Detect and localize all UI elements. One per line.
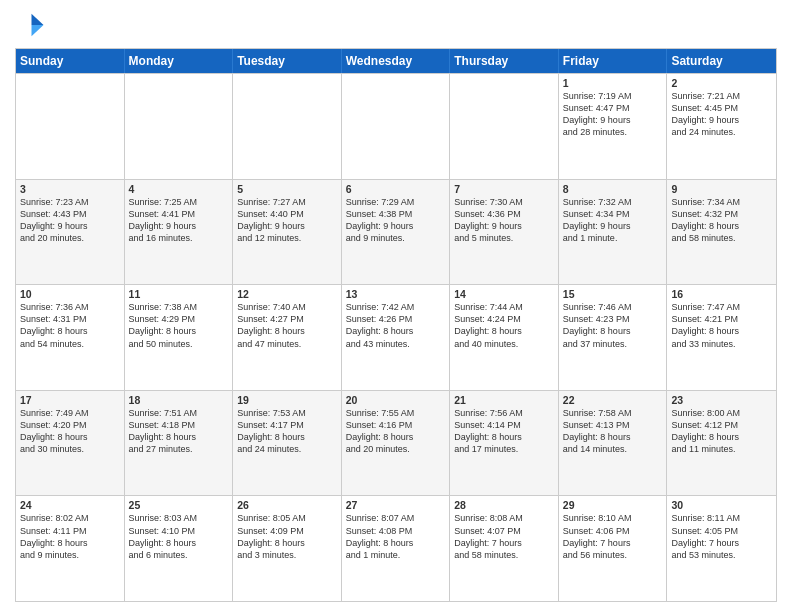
day-info: Sunrise: 8:02 AM Sunset: 4:11 PM Dayligh… bbox=[20, 512, 120, 561]
calendar-row-3: 17Sunrise: 7:49 AM Sunset: 4:20 PM Dayli… bbox=[16, 390, 776, 496]
calendar-row-0: 1Sunrise: 7:19 AM Sunset: 4:47 PM Daylig… bbox=[16, 73, 776, 179]
day-number: 2 bbox=[671, 77, 772, 89]
weekday-header-wednesday: Wednesday bbox=[342, 49, 451, 73]
logo bbox=[15, 10, 49, 40]
weekday-header-saturday: Saturday bbox=[667, 49, 776, 73]
day-info: Sunrise: 7:58 AM Sunset: 4:13 PM Dayligh… bbox=[563, 407, 663, 456]
calendar-body: 1Sunrise: 7:19 AM Sunset: 4:47 PM Daylig… bbox=[16, 73, 776, 601]
day-number: 15 bbox=[563, 288, 663, 300]
day-number: 28 bbox=[454, 499, 554, 511]
day-number: 30 bbox=[671, 499, 772, 511]
day-number: 24 bbox=[20, 499, 120, 511]
day-number: 20 bbox=[346, 394, 446, 406]
calendar-header: SundayMondayTuesdayWednesdayThursdayFrid… bbox=[16, 49, 776, 73]
day-info: Sunrise: 7:46 AM Sunset: 4:23 PM Dayligh… bbox=[563, 301, 663, 350]
day-number: 10 bbox=[20, 288, 120, 300]
day-info: Sunrise: 7:30 AM Sunset: 4:36 PM Dayligh… bbox=[454, 196, 554, 245]
empty-cell bbox=[342, 74, 451, 179]
day-cell-24: 24Sunrise: 8:02 AM Sunset: 4:11 PM Dayli… bbox=[16, 496, 125, 601]
day-info: Sunrise: 7:32 AM Sunset: 4:34 PM Dayligh… bbox=[563, 196, 663, 245]
day-cell-15: 15Sunrise: 7:46 AM Sunset: 4:23 PM Dayli… bbox=[559, 285, 668, 390]
logo-icon bbox=[15, 10, 45, 40]
day-info: Sunrise: 7:23 AM Sunset: 4:43 PM Dayligh… bbox=[20, 196, 120, 245]
day-info: Sunrise: 8:00 AM Sunset: 4:12 PM Dayligh… bbox=[671, 407, 772, 456]
day-number: 22 bbox=[563, 394, 663, 406]
day-info: Sunrise: 7:47 AM Sunset: 4:21 PM Dayligh… bbox=[671, 301, 772, 350]
day-info: Sunrise: 7:25 AM Sunset: 4:41 PM Dayligh… bbox=[129, 196, 229, 245]
day-number: 8 bbox=[563, 183, 663, 195]
empty-cell bbox=[233, 74, 342, 179]
day-info: Sunrise: 7:42 AM Sunset: 4:26 PM Dayligh… bbox=[346, 301, 446, 350]
day-info: Sunrise: 7:19 AM Sunset: 4:47 PM Dayligh… bbox=[563, 90, 663, 139]
day-cell-23: 23Sunrise: 8:00 AM Sunset: 4:12 PM Dayli… bbox=[667, 391, 776, 496]
day-cell-8: 8Sunrise: 7:32 AM Sunset: 4:34 PM Daylig… bbox=[559, 180, 668, 285]
day-number: 11 bbox=[129, 288, 229, 300]
day-number: 23 bbox=[671, 394, 772, 406]
weekday-header-friday: Friday bbox=[559, 49, 668, 73]
day-cell-1: 1Sunrise: 7:19 AM Sunset: 4:47 PM Daylig… bbox=[559, 74, 668, 179]
day-cell-22: 22Sunrise: 7:58 AM Sunset: 4:13 PM Dayli… bbox=[559, 391, 668, 496]
day-number: 12 bbox=[237, 288, 337, 300]
day-cell-25: 25Sunrise: 8:03 AM Sunset: 4:10 PM Dayli… bbox=[125, 496, 234, 601]
day-cell-27: 27Sunrise: 8:07 AM Sunset: 4:08 PM Dayli… bbox=[342, 496, 451, 601]
day-info: Sunrise: 7:56 AM Sunset: 4:14 PM Dayligh… bbox=[454, 407, 554, 456]
day-cell-19: 19Sunrise: 7:53 AM Sunset: 4:17 PM Dayli… bbox=[233, 391, 342, 496]
day-info: Sunrise: 8:10 AM Sunset: 4:06 PM Dayligh… bbox=[563, 512, 663, 561]
day-number: 29 bbox=[563, 499, 663, 511]
day-info: Sunrise: 7:44 AM Sunset: 4:24 PM Dayligh… bbox=[454, 301, 554, 350]
day-cell-30: 30Sunrise: 8:11 AM Sunset: 4:05 PM Dayli… bbox=[667, 496, 776, 601]
day-info: Sunrise: 8:03 AM Sunset: 4:10 PM Dayligh… bbox=[129, 512, 229, 561]
day-number: 19 bbox=[237, 394, 337, 406]
day-cell-13: 13Sunrise: 7:42 AM Sunset: 4:26 PM Dayli… bbox=[342, 285, 451, 390]
day-cell-6: 6Sunrise: 7:29 AM Sunset: 4:38 PM Daylig… bbox=[342, 180, 451, 285]
day-info: Sunrise: 8:07 AM Sunset: 4:08 PM Dayligh… bbox=[346, 512, 446, 561]
day-cell-11: 11Sunrise: 7:38 AM Sunset: 4:29 PM Dayli… bbox=[125, 285, 234, 390]
day-info: Sunrise: 7:21 AM Sunset: 4:45 PM Dayligh… bbox=[671, 90, 772, 139]
day-info: Sunrise: 7:38 AM Sunset: 4:29 PM Dayligh… bbox=[129, 301, 229, 350]
header bbox=[15, 10, 777, 40]
day-number: 7 bbox=[454, 183, 554, 195]
day-number: 14 bbox=[454, 288, 554, 300]
page: SundayMondayTuesdayWednesdayThursdayFrid… bbox=[0, 0, 792, 612]
day-cell-29: 29Sunrise: 8:10 AM Sunset: 4:06 PM Dayli… bbox=[559, 496, 668, 601]
weekday-header-sunday: Sunday bbox=[16, 49, 125, 73]
day-info: Sunrise: 8:05 AM Sunset: 4:09 PM Dayligh… bbox=[237, 512, 337, 561]
day-cell-3: 3Sunrise: 7:23 AM Sunset: 4:43 PM Daylig… bbox=[16, 180, 125, 285]
day-info: Sunrise: 7:55 AM Sunset: 4:16 PM Dayligh… bbox=[346, 407, 446, 456]
day-info: Sunrise: 7:34 AM Sunset: 4:32 PM Dayligh… bbox=[671, 196, 772, 245]
day-cell-17: 17Sunrise: 7:49 AM Sunset: 4:20 PM Dayli… bbox=[16, 391, 125, 496]
svg-marker-1 bbox=[32, 25, 44, 36]
day-number: 1 bbox=[563, 77, 663, 89]
day-number: 5 bbox=[237, 183, 337, 195]
day-number: 27 bbox=[346, 499, 446, 511]
calendar-row-2: 10Sunrise: 7:36 AM Sunset: 4:31 PM Dayli… bbox=[16, 284, 776, 390]
day-info: Sunrise: 7:51 AM Sunset: 4:18 PM Dayligh… bbox=[129, 407, 229, 456]
day-cell-5: 5Sunrise: 7:27 AM Sunset: 4:40 PM Daylig… bbox=[233, 180, 342, 285]
day-cell-14: 14Sunrise: 7:44 AM Sunset: 4:24 PM Dayli… bbox=[450, 285, 559, 390]
svg-marker-0 bbox=[32, 14, 44, 25]
day-number: 26 bbox=[237, 499, 337, 511]
day-number: 17 bbox=[20, 394, 120, 406]
day-cell-26: 26Sunrise: 8:05 AM Sunset: 4:09 PM Dayli… bbox=[233, 496, 342, 601]
empty-cell bbox=[125, 74, 234, 179]
day-number: 21 bbox=[454, 394, 554, 406]
day-info: Sunrise: 7:49 AM Sunset: 4:20 PM Dayligh… bbox=[20, 407, 120, 456]
calendar-row-4: 24Sunrise: 8:02 AM Sunset: 4:11 PM Dayli… bbox=[16, 495, 776, 601]
day-number: 16 bbox=[671, 288, 772, 300]
day-cell-20: 20Sunrise: 7:55 AM Sunset: 4:16 PM Dayli… bbox=[342, 391, 451, 496]
weekday-header-tuesday: Tuesday bbox=[233, 49, 342, 73]
day-info: Sunrise: 7:29 AM Sunset: 4:38 PM Dayligh… bbox=[346, 196, 446, 245]
empty-cell bbox=[450, 74, 559, 179]
empty-cell bbox=[16, 74, 125, 179]
day-info: Sunrise: 7:40 AM Sunset: 4:27 PM Dayligh… bbox=[237, 301, 337, 350]
day-info: Sunrise: 8:08 AM Sunset: 4:07 PM Dayligh… bbox=[454, 512, 554, 561]
day-cell-21: 21Sunrise: 7:56 AM Sunset: 4:14 PM Dayli… bbox=[450, 391, 559, 496]
day-info: Sunrise: 7:27 AM Sunset: 4:40 PM Dayligh… bbox=[237, 196, 337, 245]
day-info: Sunrise: 7:53 AM Sunset: 4:17 PM Dayligh… bbox=[237, 407, 337, 456]
day-cell-16: 16Sunrise: 7:47 AM Sunset: 4:21 PM Dayli… bbox=[667, 285, 776, 390]
day-cell-9: 9Sunrise: 7:34 AM Sunset: 4:32 PM Daylig… bbox=[667, 180, 776, 285]
calendar: SundayMondayTuesdayWednesdayThursdayFrid… bbox=[15, 48, 777, 602]
day-cell-4: 4Sunrise: 7:25 AM Sunset: 4:41 PM Daylig… bbox=[125, 180, 234, 285]
day-info: Sunrise: 7:36 AM Sunset: 4:31 PM Dayligh… bbox=[20, 301, 120, 350]
weekday-header-thursday: Thursday bbox=[450, 49, 559, 73]
